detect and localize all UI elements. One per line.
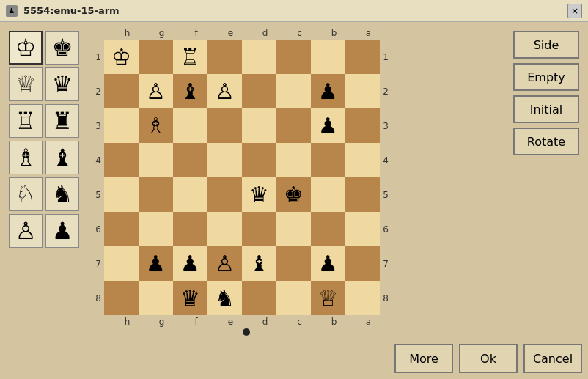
square-r8c3[interactable]: ♛ <box>173 281 207 315</box>
square-r8c7[interactable]: ♕ <box>311 281 345 315</box>
square-r4c8[interactable] <box>345 143 380 177</box>
side-button[interactable]: Side <box>513 31 579 59</box>
coord-top-a: a <box>351 28 386 38</box>
piece-white-queen[interactable]: ♕ <box>9 67 43 101</box>
coord-top-c: c <box>282 28 317 38</box>
coord-right-1: 1 <box>380 52 392 62</box>
square-r2c6[interactable] <box>276 74 311 108</box>
square-r7c4[interactable]: ♙ <box>207 246 242 281</box>
square-r2c1[interactable] <box>104 74 139 108</box>
more-button[interactable]: More <box>394 344 453 373</box>
square-r2c5[interactable] <box>242 74 276 108</box>
coord-left-3: 3 <box>92 121 104 131</box>
square-r4c2[interactable] <box>139 143 173 177</box>
square-r5c8[interactable] <box>345 177 380 212</box>
square-r3c5[interactable] <box>242 108 276 143</box>
square-r4c4[interactable] <box>207 143 242 177</box>
square-r2c8[interactable] <box>345 74 380 108</box>
square-r1c8[interactable] <box>345 40 380 74</box>
piece-row-knight: ♘ ♞ <box>9 177 84 211</box>
square-r4c3[interactable] <box>173 143 207 177</box>
square-r6c3[interactable] <box>173 212 207 246</box>
piece-black-pawn[interactable]: ♟ <box>45 214 79 248</box>
square-r6c5[interactable] <box>242 212 276 246</box>
square-r8c5[interactable] <box>242 281 276 315</box>
square-r7c8[interactable] <box>345 246 380 281</box>
square-r8c1[interactable] <box>104 281 139 315</box>
square-r1c7[interactable] <box>311 40 345 74</box>
coord-bot-g: g <box>144 317 179 327</box>
square-r1c4[interactable] <box>207 40 242 74</box>
square-r7c5[interactable]: ♝ <box>242 246 276 281</box>
square-r3c1[interactable] <box>104 108 139 143</box>
square-r6c4[interactable] <box>207 212 242 246</box>
piece-white-bishop[interactable]: ♗ <box>9 141 43 174</box>
square-r2c2[interactable]: ♙ <box>139 74 173 108</box>
square-r6c2[interactable] <box>139 212 173 246</box>
square-r6c7[interactable] <box>311 212 345 246</box>
coord-left-2: 2 <box>92 87 104 97</box>
square-r1c1[interactable]: ♔ <box>104 40 139 74</box>
board-row-6: 66 <box>92 212 392 246</box>
piece-black-rook[interactable]: ♜ <box>45 104 79 138</box>
square-r5c7[interactable] <box>311 177 345 212</box>
square-r7c7[interactable]: ♟ <box>311 246 345 281</box>
square-r2c4[interactable]: ♙ <box>207 74 242 108</box>
square-r5c2[interactable] <box>139 177 173 212</box>
square-r3c2[interactable]: ♗ <box>139 108 173 143</box>
coord-top-d: d <box>248 28 282 38</box>
square-r4c6[interactable] <box>276 143 311 177</box>
square-r7c6[interactable] <box>276 246 311 281</box>
square-r8c2[interactable] <box>139 281 173 315</box>
square-r3c3[interactable] <box>173 108 207 143</box>
piece-white-pawn[interactable]: ♙ <box>9 214 43 248</box>
square-r1c5[interactable] <box>242 40 276 74</box>
square-r8c4[interactable]: ♞ <box>207 281 242 315</box>
piece-black-knight[interactable]: ♞ <box>45 177 79 211</box>
square-r5c5[interactable]: ♛ <box>242 177 276 212</box>
coord-left-4: 4 <box>92 155 104 166</box>
square-r4c1[interactable] <box>104 143 139 177</box>
square-r6c6[interactable] <box>276 212 311 246</box>
square-r7c3[interactable]: ♟ <box>173 246 207 281</box>
square-r2c3[interactable]: ♝ <box>173 74 207 108</box>
piece-black-bishop[interactable]: ♝ <box>45 141 79 174</box>
board-container: h g f e d c b a 1♔♖12♙♝♙♟23♗♟3445♛♚5667♟… <box>92 28 392 373</box>
piece-black-king[interactable]: ♚ <box>45 31 79 65</box>
square-r7c1[interactable] <box>104 246 139 281</box>
square-r1c6[interactable] <box>276 40 311 74</box>
square-r8c6[interactable] <box>276 281 311 315</box>
coord-top-h: h <box>110 28 144 38</box>
square-r1c3[interactable]: ♖ <box>173 40 207 74</box>
board-coords-bottom: h g f e d c b a <box>110 317 386 327</box>
dot-container <box>243 328 253 336</box>
initial-button[interactable]: Initial <box>513 95 579 123</box>
board-row-2: 2♙♝♙♟2 <box>92 74 392 108</box>
square-r4c5[interactable] <box>242 143 276 177</box>
square-r2c7[interactable]: ♟ <box>311 74 345 108</box>
square-r5c4[interactable] <box>207 177 242 212</box>
square-r8c8[interactable] <box>345 281 380 315</box>
close-button[interactable]: × <box>567 4 582 18</box>
square-r5c1[interactable] <box>104 177 139 212</box>
piece-black-queen[interactable]: ♛ <box>45 67 79 101</box>
empty-button[interactable]: Empty <box>513 63 579 91</box>
square-r4c7[interactable] <box>311 143 345 177</box>
piece-white-knight[interactable]: ♘ <box>9 177 43 211</box>
square-r3c4[interactable] <box>207 108 242 143</box>
piece-white-rook[interactable]: ♖ <box>9 104 43 138</box>
board-row-5: 5♛♚5 <box>92 177 392 212</box>
square-r6c8[interactable] <box>345 212 380 246</box>
square-r7c2[interactable]: ♟ <box>139 246 173 281</box>
square-r6c1[interactable] <box>104 212 139 246</box>
square-r3c7[interactable]: ♟ <box>311 108 345 143</box>
cancel-button[interactable]: Cancel <box>523 344 582 373</box>
square-r3c8[interactable] <box>345 108 380 143</box>
piece-white-king[interactable]: ♔ <box>9 31 43 65</box>
square-r5c3[interactable] <box>173 177 207 212</box>
square-r3c6[interactable] <box>276 108 311 143</box>
square-r1c2[interactable] <box>139 40 173 74</box>
ok-button[interactable]: Ok <box>459 344 518 373</box>
rotate-button[interactable]: Rotate <box>513 128 579 155</box>
square-r5c6[interactable]: ♚ <box>276 177 311 212</box>
